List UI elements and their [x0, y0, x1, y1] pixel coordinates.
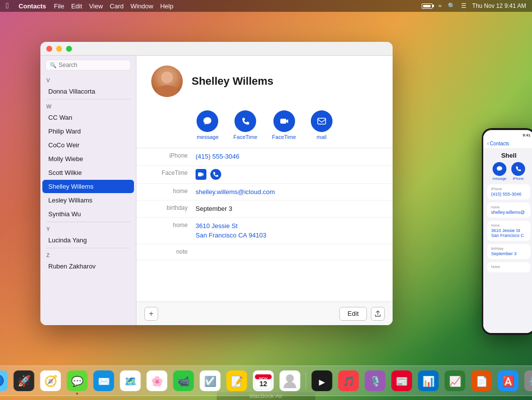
svg-point-29 [286, 374, 294, 382]
dock-item-music[interactable]: 🎵 [337, 369, 361, 393]
iphone-time: 9:41 [523, 133, 531, 137]
window-close-button[interactable] [46, 46, 52, 52]
window-maximize-button[interactable] [66, 46, 72, 52]
dock-item-podcasts[interactable]: 🎙️ [364, 369, 387, 393]
field-value-address[interactable]: 3610 Jessie StSan Francisco CA 94103 [196, 221, 266, 240]
dock-item-finder[interactable]: 🔵 [0, 369, 9, 393]
iphone-nav: ‹ Contacts [483, 140, 532, 149]
dock-item-mail[interactable]: ✉️ [92, 369, 116, 393]
iphone-value-phone[interactable]: (415) 555-3046 [491, 192, 527, 197]
search-icon: 🔍 [50, 62, 57, 68]
dock-item-appstore[interactable]: 🅰️ [497, 369, 520, 393]
menubar-card[interactable]: Card [110, 2, 124, 10]
dock-item-appletv[interactable]: ▶ [310, 369, 334, 393]
dock-item-calendar[interactable]: NOV 12 [252, 369, 275, 393]
contact-item-selected[interactable]: Shelley Willems [42, 180, 134, 193]
menubar-edit[interactable]: Edit [71, 2, 82, 10]
search-icon[interactable]: 🔍 [448, 2, 455, 9]
contact-item[interactable]: Scott Wilkie [42, 166, 134, 179]
menubar-window[interactable]: Window [131, 2, 153, 10]
dock-item-keynote[interactable]: 📊 [417, 369, 440, 393]
message-action-button[interactable]: message [197, 110, 219, 140]
iphone-message-label: message [493, 177, 506, 180]
mail-action-button[interactable]: mail [311, 110, 332, 140]
field-value-email[interactable]: shelley.willems@icloud.com [196, 187, 275, 197]
svg-text:🗺️: 🗺️ [124, 375, 136, 387]
edit-contact-button[interactable]: Edit [339, 307, 367, 321]
svg-text:📝: 📝 [231, 375, 243, 387]
field-label-note: note [151, 248, 196, 256]
iphone-value-birthday[interactable]: September 3 [491, 251, 527, 256]
svg-text:📄: 📄 [475, 375, 488, 387]
facetime-video-btn[interactable] [196, 169, 206, 180]
dock-item-safari[interactable]: 🧭 [39, 369, 63, 393]
svg-text:📹: 📹 [177, 375, 190, 387]
facetime-phone-btn[interactable] [210, 169, 221, 180]
iphone-phone-label: iPhone [513, 177, 524, 180]
battery-icon [422, 3, 432, 9]
dock-item-contacts[interactable] [278, 369, 302, 393]
dock-item-photos[interactable]: 🌸 [145, 369, 169, 393]
dock-item-numbers[interactable]: 📈 [443, 369, 467, 393]
iphone-back-button[interactable]: ‹ Contacts [487, 141, 509, 146]
dock-item-messages[interactable]: 💬 [66, 369, 89, 393]
menubar-app-name[interactable]: Contacts [19, 2, 46, 10]
divider [46, 99, 130, 100]
dock-item-maps[interactable]: 🗺️ [119, 369, 142, 393]
iphone-value-email[interactable]: shelley.willems@ [491, 210, 527, 215]
control-center-icon[interactable]: ☰ [461, 2, 466, 9]
menubar:  Contacts File Edit View Card Window He… [0, 0, 532, 12]
window-titlebar [40, 42, 393, 56]
contact-item[interactable]: Philip Ward [42, 125, 134, 138]
dock-item-news[interactable]: 📰 [390, 369, 414, 393]
detail-row-facetime: FaceTime [136, 166, 393, 184]
contact-item[interactable]: Donna Villacorta [42, 85, 134, 98]
iphone-actions: message iPhone [487, 162, 531, 180]
iphone-label-phone: iPhone [491, 187, 527, 191]
iphone-message-btn[interactable]: message [493, 162, 506, 180]
contact-item[interactable]: CC Wan [42, 111, 134, 124]
footer-right: Edit [339, 307, 385, 321]
iphone-statusbar: 9:41 [483, 130, 532, 140]
iphone-value-address[interactable]: 3610 Jessie StSan Francisco C [491, 228, 527, 238]
contact-item[interactable]: Lucinda Yang [42, 233, 134, 247]
add-contact-button[interactable]: + [144, 307, 158, 321]
contact-details: iPhone (415) 555-3046 FaceTime [136, 148, 393, 301]
menubar-left:  Contacts File Edit View Card Window He… [6, 1, 173, 10]
facetime-video-action-button[interactable]: FaceTime [272, 110, 296, 140]
iphone-phone-btn[interactable]: iPhone [511, 162, 525, 180]
dock-item-launchpad[interactable]: 🚀 [12, 369, 36, 393]
dock-item-facetime[interactable]: 📹 [172, 369, 196, 393]
dock-item-notes[interactable]: 📝 [225, 369, 249, 393]
window-minimize-button[interactable] [56, 46, 62, 52]
field-value-iphone[interactable]: (415) 555-3046 [196, 152, 239, 162]
share-contact-button[interactable] [371, 307, 385, 321]
facetime-video-label: FaceTime [272, 134, 296, 140]
menubar-help[interactable]: Help [160, 2, 173, 10]
svg-text:💬: 💬 [71, 375, 83, 387]
svg-text:✉️: ✉️ [98, 375, 110, 387]
apple-menu-icon[interactable]:  [6, 1, 9, 10]
contact-item[interactable]: Ruben Zakharov [42, 260, 134, 273]
dock: 🔵 🚀 🧭 💬 ✉️ 🗺️ [0, 366, 532, 396]
svg-text:🚀: 🚀 [17, 374, 31, 388]
contact-item-coco-weir[interactable]: CoCo Weir [42, 138, 134, 152]
contact-item[interactable]: Lesley Williams [42, 194, 134, 207]
svg-text:▶: ▶ [319, 378, 326, 386]
contact-item[interactable]: Synthia Wu [42, 207, 134, 221]
dock-item-reminders[interactable]: ☑️ [199, 369, 222, 393]
detail-footer: + Edit [136, 301, 393, 325]
facetime-audio-action-button[interactable]: FaceTime [233, 110, 258, 140]
detail-row-address: home 3610 Jessie StSan Francisco CA 9410… [136, 218, 393, 244]
menubar-file[interactable]: File [54, 2, 64, 10]
search-input-wrap[interactable]: 🔍 [45, 60, 131, 70]
dock-item-pages[interactable]: 📄 [470, 369, 494, 393]
section-header-w: W [40, 100, 136, 110]
contact-item[interactable]: Molly Wiebe [42, 152, 134, 166]
search-input[interactable] [59, 62, 127, 68]
mail-action-label: mail [317, 134, 327, 140]
menubar-view[interactable]: View [89, 2, 103, 10]
iphone-card-phone: iPhone (415) 555-3046 [487, 184, 531, 200]
iphone-label-birthday: birthday [491, 247, 527, 250]
dock-item-systemprefs[interactable]: ⚙️ [523, 369, 532, 393]
